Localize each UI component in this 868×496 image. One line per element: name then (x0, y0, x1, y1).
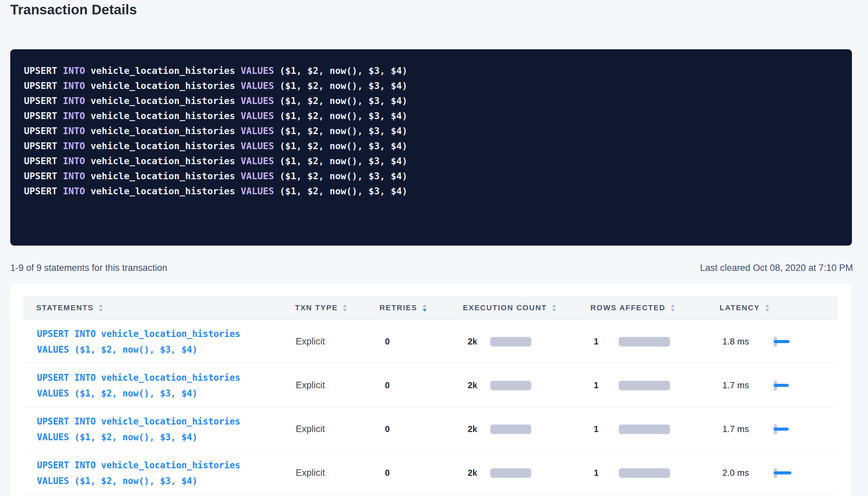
rows-affected-bar (619, 425, 670, 434)
sort-desc-icon[interactable] (343, 309, 347, 312)
statements-table-card: STATEMENTSTXN TYPERETRIESEXECUTION COUNT… (10, 284, 851, 496)
sort-asc-icon[interactable] (765, 304, 769, 307)
rows-affected-cell: 1 (590, 468, 720, 478)
latency-bar-chart (774, 380, 811, 391)
table-header-row: STATEMENTSTXN TYPERETRIESEXECUTION COUNT… (23, 296, 838, 320)
retries-value: 0 (379, 380, 463, 390)
table-row: UPSERT INTO vehicle_location_historiesVA… (23, 451, 838, 495)
execution-count-value: 2k (468, 337, 490, 347)
latency-value: 1.7 ms (722, 424, 774, 434)
sort-desc-icon[interactable] (99, 309, 103, 312)
sort-arrows-icon[interactable] (765, 304, 769, 312)
rows-affected-bar (619, 337, 670, 347)
latency-bar-chart (774, 424, 811, 435)
sort-desc-icon[interactable] (765, 309, 769, 312)
column-header-txn_type[interactable]: TXN TYPE (295, 303, 379, 312)
column-header-latency[interactable]: LATENCY (720, 303, 838, 312)
column-header-execution_count[interactable]: EXECUTION COUNT (463, 303, 590, 312)
txn-type-value: Explicit (295, 424, 379, 434)
statement-link-line[interactable]: UPSERT INTO vehicle_location_histories (37, 326, 295, 342)
sort-arrows-icon[interactable] (671, 304, 675, 312)
latency-value: 1.7 ms (722, 380, 774, 391)
statement-link-line[interactable]: VALUES ($1, $2, now(), $3, $4) (37, 473, 295, 489)
execution-count-value: 2k (468, 380, 490, 390)
column-header-label: STATEMENTS (36, 303, 94, 312)
column-header-label: RETRIES (379, 303, 417, 312)
rows-affected-cell: 1 (590, 337, 720, 347)
sql-statement-line: UPSERT INTO vehicle_location_histories V… (24, 184, 838, 199)
table-body: UPSERT INTO vehicle_location_historiesVA… (23, 320, 838, 495)
sort-arrows-icon[interactable] (552, 304, 556, 312)
statement-link[interactable]: UPSERT INTO vehicle_location_historiesVA… (23, 414, 295, 445)
column-header-statements[interactable]: STATEMENTS (23, 303, 295, 312)
latency-bar (774, 340, 790, 343)
latency-cell: 2.0 ms (720, 468, 838, 479)
statement-link-line[interactable]: UPSERT INTO vehicle_location_histories (37, 457, 295, 473)
statement-link-line[interactable]: UPSERT INTO vehicle_location_histories (37, 414, 295, 429)
column-header-label: LATENCY (720, 303, 760, 312)
rows-affected-cell: 1 (590, 424, 720, 434)
execution-count-value: 2k (468, 424, 490, 434)
column-header-label: ROWS AFFECTED (590, 303, 666, 312)
last-cleared-text: Last cleared Oct 08, 2020 at 7:10 PM (700, 263, 853, 273)
sql-statement-line: UPSERT INTO vehicle_location_histories V… (24, 93, 838, 108)
sql-statement-line: UPSERT INTO vehicle_location_histories V… (24, 78, 838, 93)
statement-link[interactable]: UPSERT INTO vehicle_location_historiesVA… (23, 457, 295, 489)
sort-asc-icon[interactable] (671, 304, 675, 307)
latency-value: 1.8 ms (722, 336, 774, 347)
execution-count-cell: 2k (463, 337, 590, 347)
sql-statement-line: UPSERT INTO vehicle_location_histories V… (24, 123, 838, 139)
execution-count-cell: 2k (463, 468, 590, 478)
latency-bar (774, 384, 789, 387)
latency-cell: 1.7 ms (720, 424, 838, 435)
sql-statement-line: UPSERT INTO vehicle_location_histories V… (24, 154, 838, 169)
statement-link[interactable]: UPSERT INTO vehicle_location_historiesVA… (23, 326, 295, 357)
table-summary-row: 1-9 of 9 statements for this transaction… (10, 263, 853, 273)
execution-count-value: 2k (468, 468, 490, 478)
sql-statements-box: UPSERT INTO vehicle_location_histories V… (10, 49, 852, 246)
sql-statement-line: UPSERT INTO vehicle_location_histories V… (24, 108, 838, 123)
sql-statement-line: UPSERT INTO vehicle_location_histories V… (24, 169, 838, 184)
sql-statement-line: UPSERT INTO vehicle_location_histories V… (24, 139, 838, 154)
latency-bar (774, 471, 791, 474)
statement-link[interactable]: UPSERT INTO vehicle_location_historiesVA… (23, 370, 295, 401)
rows-affected-value: 1 (594, 424, 619, 434)
latency-bar-chart (774, 336, 811, 347)
statement-link-line[interactable]: VALUES ($1, $2, now(), $3, $4) (37, 342, 295, 357)
execution-count-bar (490, 468, 531, 478)
sort-asc-icon[interactable] (423, 304, 427, 307)
rows-affected-bar (619, 468, 670, 478)
sort-arrows-icon[interactable] (99, 304, 103, 312)
rows-affected-cell: 1 (590, 380, 720, 390)
sql-statement-line: UPSERT INTO vehicle_location_histories V… (24, 63, 838, 78)
column-header-rows_affected[interactable]: ROWS AFFECTED (590, 303, 720, 312)
sort-arrows-icon[interactable] (343, 304, 347, 312)
txn-type-value: Explicit (295, 468, 379, 478)
rows-affected-value: 1 (594, 380, 619, 390)
execution-count-bar (490, 425, 531, 434)
sort-desc-icon[interactable] (423, 309, 427, 312)
sort-arrows-icon[interactable] (423, 304, 427, 312)
sort-desc-icon[interactable] (552, 309, 556, 312)
retries-value: 0 (379, 424, 463, 434)
latency-cell: 1.7 ms (720, 380, 838, 391)
statement-link-line[interactable]: UPSERT INTO vehicle_location_histories (37, 370, 295, 386)
latency-value: 2.0 ms (722, 468, 774, 478)
sort-asc-icon[interactable] (343, 304, 347, 307)
table-row: UPSERT INTO vehicle_location_historiesVA… (23, 320, 838, 364)
statement-link-line[interactable]: VALUES ($1, $2, now(), $3, $4) (37, 386, 295, 401)
execution-count-cell: 2k (463, 424, 590, 434)
rows-affected-value: 1 (594, 468, 619, 478)
rows-affected-value: 1 (594, 337, 619, 347)
column-header-retries[interactable]: RETRIES (379, 303, 463, 312)
latency-bar-chart (774, 468, 811, 479)
sort-asc-icon[interactable] (99, 304, 103, 307)
retries-value: 0 (379, 337, 463, 347)
rows-affected-bar (619, 381, 670, 390)
sort-desc-icon[interactable] (671, 309, 675, 312)
txn-type-value: Explicit (295, 380, 379, 391)
txn-type-value: Explicit (295, 336, 379, 347)
execution-count-bar (490, 337, 531, 347)
statement-link-line[interactable]: VALUES ($1, $2, now(), $3, $4) (37, 429, 295, 445)
sort-asc-icon[interactable] (552, 304, 556, 307)
